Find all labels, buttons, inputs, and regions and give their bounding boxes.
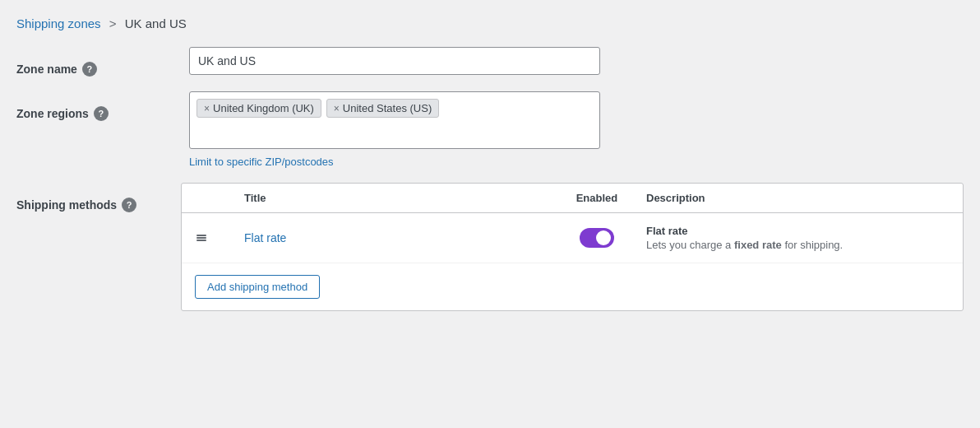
zone-regions-help-icon[interactable]: ?: [94, 106, 109, 121]
remove-us-icon[interactable]: ×: [334, 104, 340, 114]
shipping-methods-table: Title Enabled Description Flat rate: [181, 183, 964, 311]
zone-name-help-icon[interactable]: ?: [82, 62, 97, 77]
toggle-slider: [580, 228, 614, 248]
flat-rate-link[interactable]: Flat rate: [244, 231, 286, 244]
zone-regions-label: Zone regions: [16, 107, 89, 120]
shipping-zones-link[interactable]: Shipping zones: [16, 16, 101, 30]
add-shipping-method-button[interactable]: Add shipping method: [195, 275, 320, 299]
zone-name-label: Zone name: [16, 63, 77, 76]
drag-handle-icon[interactable]: [195, 231, 244, 244]
flat-rate-toggle[interactable]: [580, 228, 614, 248]
svg-rect-1: [196, 237, 206, 239]
desc-pre: Lets you charge a: [646, 239, 734, 251]
svg-rect-2: [196, 240, 206, 241]
method-description-title: Flat rate: [646, 225, 950, 237]
header-drag-col: [195, 192, 244, 204]
region-tag-uk: × United Kingdom (UK): [196, 99, 321, 118]
shipping-methods-label: Shipping methods: [16, 198, 117, 212]
zone-name-input[interactable]: [189, 47, 600, 75]
header-description: Description: [646, 192, 950, 204]
breadcrumb-current: UK and US: [125, 16, 187, 30]
limit-postcodes-link[interactable]: Limit to specific ZIP/postcodes: [189, 156, 600, 168]
region-tag-uk-label: United Kingdom (UK): [213, 102, 314, 114]
region-tag-us: × United States (US): [326, 99, 439, 118]
table-row: Flat rate Flat rate Lets you charge a fi…: [182, 213, 963, 263]
add-method-row: Add shipping method: [182, 263, 963, 310]
svg-rect-0: [196, 235, 206, 236]
flat-rate-description: Flat rate Lets you charge a fixed rate f…: [646, 225, 950, 251]
header-enabled: Enabled: [548, 192, 646, 204]
zone-regions-box[interactable]: × United Kingdom (UK) × United States (U…: [189, 91, 600, 149]
methods-table-header: Title Enabled Description: [182, 184, 963, 213]
desc-bold: fixed rate: [734, 239, 782, 251]
method-description-body: Lets you charge a fixed rate for shippin…: [646, 239, 950, 251]
breadcrumb: Shipping zones > UK and US: [16, 16, 964, 30]
breadcrumb-separator: >: [109, 16, 117, 30]
remove-uk-icon[interactable]: ×: [204, 104, 210, 114]
region-tag-us-label: United States (US): [343, 102, 432, 114]
shipping-methods-help-icon[interactable]: ?: [122, 198, 136, 212]
header-title: Title: [244, 192, 548, 204]
desc-post: for shipping.: [782, 239, 843, 251]
